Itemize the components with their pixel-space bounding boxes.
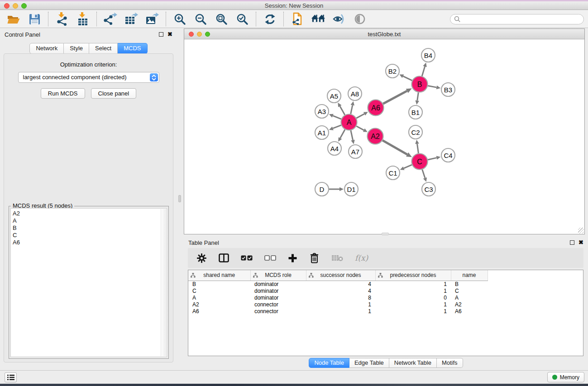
float-panel-icon[interactable] <box>570 240 574 245</box>
mcds-result-list[interactable]: A2ABCA6 <box>10 208 167 357</box>
table-cell[interactable]: A <box>451 294 488 301</box>
show-column-button[interactable] <box>219 253 229 262</box>
table-cell[interactable]: A <box>188 294 250 301</box>
table-cell[interactable]: 4 <box>306 281 375 287</box>
result-list-item[interactable]: A6 <box>13 239 167 246</box>
export-table-button[interactable] <box>124 12 139 26</box>
column-header-predecessor-nodes[interactable]: predecessor nodes <box>375 270 451 281</box>
result-list-item[interactable]: A2 <box>13 210 167 217</box>
table-row[interactable]: A2connector11A2 <box>188 301 583 308</box>
table-cell[interactable]: A2 <box>451 301 488 308</box>
table-cell[interactable]: 1 <box>375 287 451 294</box>
table-row[interactable]: Cdominator41C <box>188 287 583 294</box>
table-cell[interactable]: connector <box>250 301 306 308</box>
import-network-button[interactable] <box>55 12 69 26</box>
clone-network-button[interactable] <box>290 12 305 26</box>
tab-motifs[interactable]: Motifs <box>437 358 463 368</box>
zoom-fit-button[interactable] <box>214 12 229 26</box>
refresh-view-button[interactable] <box>263 12 277 26</box>
zoom-out-button[interactable] <box>193 12 208 26</box>
home-view-button[interactable] <box>311 12 325 26</box>
graph-edge-A-A1[interactable] <box>333 125 341 129</box>
panel-splitter-handle[interactable] <box>178 195 181 202</box>
table-cell[interactable]: 0 <box>375 294 451 301</box>
table-options-button[interactable] <box>196 253 207 263</box>
table-cell[interactable]: 1 <box>306 308 375 315</box>
graph-edge-A-A4[interactable] <box>340 129 345 138</box>
graph-edge-A2-C[interactable] <box>382 140 407 154</box>
graph-edge-A6-B[interactable] <box>383 91 407 104</box>
tab-network[interactable]: Network <box>29 43 64 54</box>
close-panel-button[interactable]: Close panel <box>91 88 137 99</box>
tab-style[interactable]: Style <box>64 43 89 54</box>
graph-edge-C-C1[interactable] <box>404 165 412 168</box>
table-cell[interactable]: 1 <box>306 301 375 308</box>
delete-table-button[interactable] <box>331 254 343 262</box>
table-cell[interactable]: A6 <box>188 308 250 315</box>
table-cell[interactable]: dominator <box>250 287 306 294</box>
delete-column-button[interactable] <box>309 253 320 263</box>
column-header-name[interactable]: name <box>451 270 488 281</box>
graph-edge-C-C2[interactable] <box>417 144 419 153</box>
close-panel-icon[interactable]: ✖ <box>167 32 172 37</box>
graph-edge-A-A7[interactable] <box>351 130 353 140</box>
open-session-button[interactable] <box>6 12 21 26</box>
network-window-titlebar[interactable]: testGlobe.txt <box>184 29 584 39</box>
table-cell[interactable]: A6 <box>451 308 488 315</box>
tab-mcds[interactable]: MCDS <box>118 43 147 54</box>
graph-edge-B-B3[interactable] <box>428 86 436 87</box>
table-cell[interactable]: 1 <box>375 308 451 315</box>
table-cell[interactable]: dominator <box>250 294 306 301</box>
graph-edge-C-C3[interactable] <box>422 170 425 178</box>
table-cell[interactable]: connector <box>250 308 306 315</box>
result-list-item[interactable]: B <box>13 224 167 232</box>
tab-network-table[interactable]: Network Table <box>389 358 437 368</box>
save-session-button[interactable] <box>27 12 42 26</box>
table-cell[interactable]: C <box>451 287 488 294</box>
deselect-all-button[interactable] <box>264 255 276 261</box>
graph-edge-B-B2[interactable] <box>403 76 412 81</box>
graph-edge-B-B1[interactable] <box>417 92 419 100</box>
result-list-scrollbar[interactable] <box>161 209 166 356</box>
add-column-button[interactable] <box>288 253 297 263</box>
close-panel-icon[interactable]: ✖ <box>578 240 583 245</box>
table-cell[interactable]: 4 <box>306 287 375 294</box>
tab-node-table[interactable]: Node Table <box>309 358 349 368</box>
network-canvas[interactable]: AA6A2BCA5A8A3A1A4A7B2B4B3B1C2C4C1C3DD1 <box>184 40 584 234</box>
table-cell[interactable]: A2 <box>188 301 250 308</box>
network-graph[interactable]: AA6A2BCA5A8A3A1A4A7B2B4B3B1C2C4C1C3DD1 <box>184 40 584 234</box>
graph-edge-A-A6[interactable] <box>356 114 364 119</box>
optimization-criterion-select[interactable]: largest connected component (directed) <box>18 72 159 83</box>
tab-select[interactable]: Select <box>89 43 118 54</box>
select-all-button[interactable] <box>241 255 253 261</box>
table-row[interactable]: A6connector11A6 <box>188 308 583 315</box>
table-cell[interactable]: 1 <box>375 301 451 308</box>
float-panel-icon[interactable] <box>159 32 163 37</box>
show-graphics-details-button[interactable] <box>353 12 367 26</box>
zoom-selected-button[interactable] <box>235 12 249 26</box>
export-image-button[interactable] <box>145 12 159 26</box>
memory-button[interactable]: Memory <box>547 372 584 382</box>
column-header-MCDS-role[interactable]: MCDS role <box>250 270 306 281</box>
tab-edge-table[interactable]: Edge Table <box>349 358 389 368</box>
search-box[interactable] <box>450 14 584 24</box>
table-row[interactable]: Bdominator41B <box>188 281 583 287</box>
zoom-in-button[interactable] <box>172 12 187 26</box>
hide-graphics-details-button[interactable] <box>332 12 346 26</box>
node-table[interactable]: shared nameMCDS rolesuccessor nodesprede… <box>188 270 583 356</box>
table-cell[interactable]: dominator <box>250 281 306 287</box>
graph-edge-B-B4[interactable] <box>422 67 425 76</box>
run-mcds-button[interactable]: Run MCDS <box>41 88 85 99</box>
table-row[interactable]: Adominator80A <box>188 294 583 301</box>
graph-edge-A-A8[interactable] <box>351 105 353 114</box>
export-network-button[interactable] <box>103 12 118 26</box>
graph-edge-A-A2[interactable] <box>356 126 364 130</box>
table-cell[interactable]: C <box>188 287 250 294</box>
graph-edge-A-A3[interactable] <box>333 116 341 119</box>
window-resize-grip[interactable] <box>578 228 584 234</box>
table-cell[interactable]: B <box>188 281 250 287</box>
result-list-item[interactable]: A <box>13 217 167 224</box>
table-cell[interactable]: B <box>451 281 488 287</box>
import-table-button[interactable] <box>76 12 90 26</box>
graph-edge-C-C4[interactable] <box>428 158 437 160</box>
